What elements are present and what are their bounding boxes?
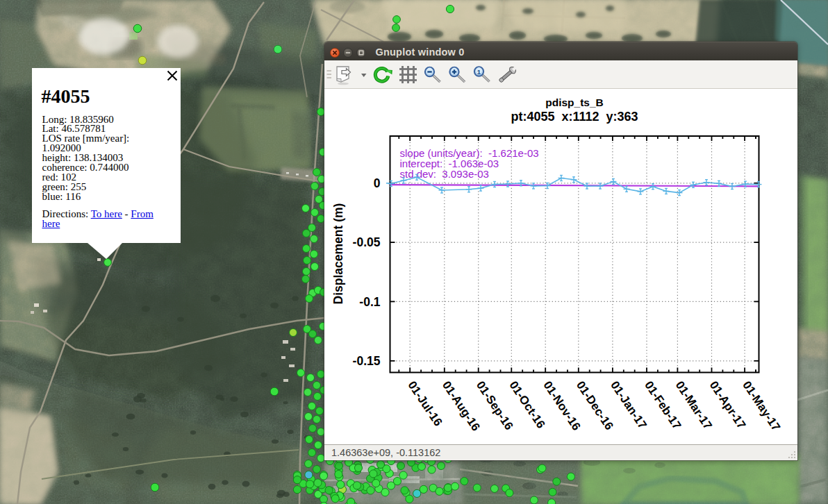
svg-text:-0.15: -0.15 [353,354,381,368]
svg-text:-0.05: -0.05 [353,235,381,249]
svg-text:Displacement (m): Displacement (m) [331,203,345,304]
svg-text:pdisp_ts_B: pdisp_ts_B [545,96,604,108]
svg-text:-0.1: -0.1 [359,294,380,308]
svg-text:0: 0 [374,176,381,190]
svg-text:1: 1 [477,68,481,76]
svg-text:pt:4055 x:1112 y:363: pt:4055 x:1112 y:363 [511,109,638,123]
